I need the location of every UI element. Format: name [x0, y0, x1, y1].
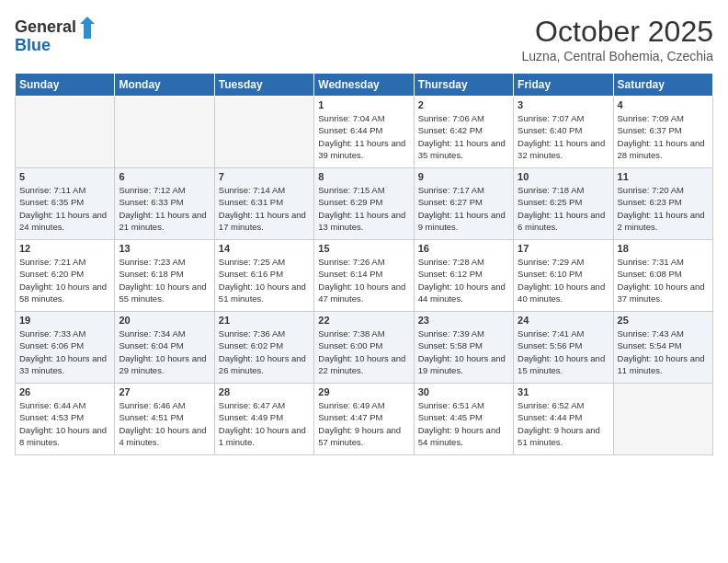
calendar-cell: 1Sunrise: 7:04 AMSunset: 6:44 PMDaylight…: [314, 97, 414, 168]
calendar-cell: [115, 97, 214, 168]
calendar-cell: 28Sunrise: 6:47 AMSunset: 4:49 PMDayligh…: [214, 384, 313, 455]
cell-info: Sunrise: 7:18 AMSunset: 6:25 PMDaylight:…: [518, 184, 609, 233]
day-of-week-row: SundayMondayTuesdayWednesdayThursdayFrid…: [16, 74, 713, 97]
calendar-cell: 16Sunrise: 7:28 AMSunset: 6:12 PMDayligh…: [414, 240, 513, 312]
calendar-cell: 30Sunrise: 6:51 AMSunset: 4:45 PMDayligh…: [414, 384, 513, 455]
calendar-cell: 7Sunrise: 7:14 AMSunset: 6:31 PMDaylight…: [214, 168, 313, 240]
calendar-cell: 17Sunrise: 7:29 AMSunset: 6:10 PMDayligh…: [514, 240, 613, 312]
cell-info: Sunrise: 7:26 AMSunset: 6:14 PMDaylight:…: [318, 256, 409, 304]
cell-info: Sunrise: 7:41 AMSunset: 5:56 PMDaylight:…: [518, 327, 609, 376]
day-number: 23: [418, 315, 509, 326]
day-number: 5: [19, 171, 110, 182]
calendar-cell: 10Sunrise: 7:18 AMSunset: 6:25 PMDayligh…: [514, 168, 613, 240]
header: General Blue October 2025 Luzna, Central…: [15, 15, 713, 63]
day-number: 21: [219, 315, 310, 326]
cell-info: Sunrise: 7:21 AMSunset: 6:20 PMDaylight:…: [19, 256, 110, 304]
day-number: 29: [318, 386, 409, 397]
calendar-cell: 29Sunrise: 6:49 AMSunset: 4:47 PMDayligh…: [314, 384, 414, 455]
calendar-cell: 25Sunrise: 7:43 AMSunset: 5:54 PMDayligh…: [613, 312, 712, 384]
dow-header: Monday: [115, 74, 214, 97]
calendar-cell: 6Sunrise: 7:12 AMSunset: 6:33 PMDaylight…: [115, 168, 214, 240]
calendar-cell: 26Sunrise: 6:44 AMSunset: 4:53 PMDayligh…: [16, 384, 115, 455]
day-number: 25: [618, 315, 709, 326]
cell-info: Sunrise: 6:51 AMSunset: 4:45 PMDaylight:…: [418, 399, 509, 448]
calendar-cell: 21Sunrise: 7:36 AMSunset: 6:02 PMDayligh…: [214, 312, 313, 384]
day-number: 10: [518, 171, 609, 182]
calendar-body: 1Sunrise: 7:04 AMSunset: 6:44 PMDaylight…: [16, 97, 713, 455]
dow-header: Saturday: [613, 74, 712, 97]
calendar-row: 1Sunrise: 7:04 AMSunset: 6:44 PMDaylight…: [16, 97, 713, 168]
cell-info: Sunrise: 7:25 AMSunset: 6:16 PMDaylight:…: [219, 256, 310, 304]
cell-info: Sunrise: 7:09 AMSunset: 6:37 PMDaylight:…: [618, 112, 709, 161]
day-number: 14: [219, 243, 310, 254]
calendar-cell: [613, 384, 712, 455]
cell-info: Sunrise: 7:15 AMSunset: 6:29 PMDaylight:…: [318, 184, 409, 233]
cell-info: Sunrise: 6:49 AMSunset: 4:47 PMDaylight:…: [318, 399, 409, 448]
cell-info: Sunrise: 7:06 AMSunset: 6:42 PMDaylight:…: [418, 112, 509, 161]
calendar-row: 19Sunrise: 7:33 AMSunset: 6:06 PMDayligh…: [16, 312, 713, 384]
day-number: 13: [119, 243, 210, 254]
cell-info: Sunrise: 7:12 AMSunset: 6:33 PMDaylight:…: [119, 184, 210, 233]
calendar: SundayMondayTuesdayWednesdayThursdayFrid…: [15, 73, 713, 455]
calendar-cell: 4Sunrise: 7:09 AMSunset: 6:37 PMDaylight…: [613, 97, 712, 168]
day-number: 31: [518, 386, 609, 397]
day-number: 6: [119, 171, 210, 182]
day-number: 20: [119, 315, 210, 326]
cell-info: Sunrise: 7:20 AMSunset: 6:23 PMDaylight:…: [618, 184, 709, 233]
cell-info: Sunrise: 7:29 AMSunset: 6:10 PMDaylight:…: [518, 256, 609, 304]
day-number: 11: [618, 171, 709, 182]
calendar-cell: [214, 97, 313, 168]
day-number: 9: [418, 171, 509, 182]
calendar-row: 26Sunrise: 6:44 AMSunset: 4:53 PMDayligh…: [16, 384, 713, 455]
calendar-cell: 31Sunrise: 6:52 AMSunset: 4:44 PMDayligh…: [514, 384, 613, 455]
calendar-cell: 3Sunrise: 7:07 AMSunset: 6:40 PMDaylight…: [514, 97, 613, 168]
day-number: 28: [219, 386, 310, 397]
logo-icon: [78, 15, 97, 40]
calendar-cell: 14Sunrise: 7:25 AMSunset: 6:16 PMDayligh…: [214, 240, 313, 312]
calendar-cell: 22Sunrise: 7:38 AMSunset: 6:00 PMDayligh…: [314, 312, 414, 384]
calendar-cell: 13Sunrise: 7:23 AMSunset: 6:18 PMDayligh…: [115, 240, 214, 312]
dow-header: Tuesday: [214, 74, 313, 97]
calendar-cell: 12Sunrise: 7:21 AMSunset: 6:20 PMDayligh…: [16, 240, 115, 312]
calendar-cell: 2Sunrise: 7:06 AMSunset: 6:42 PMDaylight…: [414, 97, 513, 168]
cell-info: Sunrise: 7:31 AMSunset: 6:08 PMDaylight:…: [618, 256, 709, 304]
dow-header: Sunday: [16, 74, 115, 97]
cell-info: Sunrise: 6:46 AMSunset: 4:51 PMDaylight:…: [119, 399, 210, 448]
calendar-cell: 27Sunrise: 6:46 AMSunset: 4:51 PMDayligh…: [115, 384, 214, 455]
day-number: 22: [318, 315, 409, 326]
cell-info: Sunrise: 7:33 AMSunset: 6:06 PMDaylight:…: [19, 327, 110, 376]
day-number: 30: [418, 386, 509, 397]
page: General Blue October 2025 Luzna, Central…: [0, 0, 728, 563]
cell-info: Sunrise: 7:38 AMSunset: 6:00 PMDaylight:…: [318, 327, 409, 376]
cell-info: Sunrise: 7:14 AMSunset: 6:31 PMDaylight:…: [219, 184, 310, 233]
day-number: 4: [618, 99, 709, 110]
cell-info: Sunrise: 6:44 AMSunset: 4:53 PMDaylight:…: [19, 399, 110, 448]
calendar-cell: 20Sunrise: 7:34 AMSunset: 6:04 PMDayligh…: [115, 312, 214, 384]
cell-info: Sunrise: 7:43 AMSunset: 5:54 PMDaylight:…: [618, 327, 709, 376]
cell-info: Sunrise: 6:47 AMSunset: 4:49 PMDaylight:…: [219, 399, 310, 448]
day-number: 15: [318, 243, 409, 254]
day-number: 7: [219, 171, 310, 182]
calendar-cell: [16, 97, 115, 168]
title-block: October 2025 Luzna, Central Bohemia, Cze…: [521, 15, 713, 63]
dow-header: Thursday: [414, 74, 513, 97]
dow-header: Wednesday: [314, 74, 414, 97]
cell-info: Sunrise: 7:11 AMSunset: 6:35 PMDaylight:…: [19, 184, 110, 233]
cell-info: Sunrise: 7:17 AMSunset: 6:27 PMDaylight:…: [418, 184, 509, 233]
calendar-cell: 8Sunrise: 7:15 AMSunset: 6:29 PMDaylight…: [314, 168, 414, 240]
cell-info: Sunrise: 7:07 AMSunset: 6:40 PMDaylight:…: [518, 112, 609, 161]
day-number: 18: [618, 243, 709, 254]
cell-info: Sunrise: 7:34 AMSunset: 6:04 PMDaylight:…: [119, 327, 210, 376]
calendar-cell: 9Sunrise: 7:17 AMSunset: 6:27 PMDaylight…: [414, 168, 513, 240]
calendar-cell: 24Sunrise: 7:41 AMSunset: 5:56 PMDayligh…: [514, 312, 613, 384]
calendar-cell: 15Sunrise: 7:26 AMSunset: 6:14 PMDayligh…: [314, 240, 414, 312]
cell-info: Sunrise: 7:04 AMSunset: 6:44 PMDaylight:…: [318, 112, 409, 161]
day-number: 1: [318, 99, 409, 110]
calendar-cell: 5Sunrise: 7:11 AMSunset: 6:35 PMDaylight…: [16, 168, 115, 240]
day-number: 8: [318, 171, 409, 182]
day-number: 27: [119, 386, 210, 397]
day-number: 26: [19, 386, 110, 397]
cell-info: Sunrise: 7:36 AMSunset: 6:02 PMDaylight:…: [219, 327, 310, 376]
cell-info: Sunrise: 7:28 AMSunset: 6:12 PMDaylight:…: [418, 256, 509, 304]
cell-info: Sunrise: 7:23 AMSunset: 6:18 PMDaylight:…: [119, 256, 210, 304]
